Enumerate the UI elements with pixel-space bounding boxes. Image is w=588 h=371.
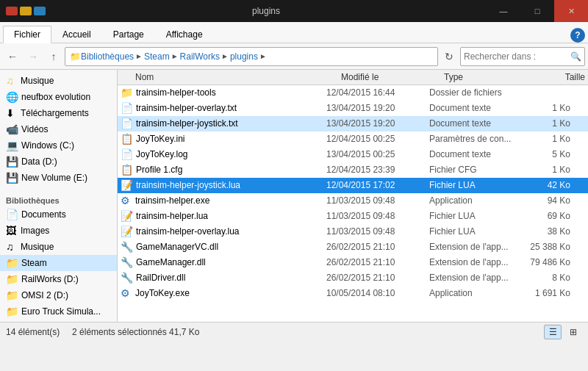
sidebar-item-videos2[interactable]: 📹 Vidéos — [0, 320, 117, 322]
file-size: 42 Ko — [517, 180, 576, 190]
file-name: 📄 JoyToKey.log — [121, 148, 326, 160]
table-row[interactable]: 📝 trainsim-helper.lua 11/03/2015 09:48 F… — [118, 209, 588, 224]
search-bar[interactable]: 🔍 — [460, 47, 585, 66]
txt-file-icon: 📄 — [121, 118, 133, 129]
file-date: 12/04/2015 17:02 — [326, 180, 429, 190]
lua-file-icon: 📝 — [121, 226, 133, 237]
sidebar-item-documents[interactable]: 📄 Documents — [0, 206, 117, 223]
file-type: Paramètres de con... — [429, 134, 517, 144]
table-row[interactable]: 📄 trainsim-helper-overlay.txt 13/04/2015… — [118, 101, 588, 116]
exe-file-icon: ⚙ — [121, 195, 132, 206]
file-list-header: Nom Modifié le Type Taille — [118, 70, 588, 85]
sidebar-item-telechargements[interactable]: ⬇ Téléchargements — [0, 105, 117, 121]
close-button[interactable]: ✕ — [554, 0, 588, 22]
tab-accueil[interactable]: Accueil — [51, 26, 102, 43]
file-date: 11/03/2015 09:48 — [326, 211, 429, 221]
header-type[interactable]: Type — [444, 72, 532, 82]
table-row[interactable]: ⚙ trainsim-helper.exe 11/03/2015 09:48 A… — [118, 193, 588, 209]
txt-file-icon: 📄 — [121, 148, 133, 160]
sidebar: ♫ Musique 🌐 neufbox evolution ⬇ Téléchar… — [0, 70, 118, 322]
file-date: 12/04/2015 00:25 — [326, 134, 429, 144]
sidebar-item-steam[interactable]: 📁 Steam — [0, 255, 117, 271]
file-name: 📝 trainsim-helper-joystick.lua — [121, 179, 326, 191]
file-name: 📄 trainsim-helper-overlay.txt — [121, 102, 326, 114]
sidebar-item-musique2[interactable]: ♫ Musique — [0, 239, 117, 255]
search-input[interactable] — [464, 51, 570, 62]
table-row[interactable]: 🔧 GameManager.dll 26/02/2015 21:10 Exten… — [118, 255, 588, 270]
sidebar-item-eurotruck[interactable]: 📁 Euro Truck Simula... — [0, 303, 117, 320]
crumb-bibliotheques[interactable]: Bibliothèques — [81, 51, 134, 62]
up-button[interactable]: ↑ — [44, 47, 63, 66]
file-name: 📁 trainsim-helper-tools — [121, 87, 326, 98]
breadcrumb: 📁 Bibliothèques ► Steam ► RailWorks ► pl… — [70, 51, 268, 62]
telechargements-icon: ⬇ — [6, 107, 18, 119]
table-row[interactable]: 📋 Profile 1.cfg 12/04/2015 23:39 Fichier… — [118, 162, 588, 178]
window-controls[interactable]: — □ ✕ — [487, 0, 588, 22]
file-name: 📋 JoyToKey.ini — [121, 133, 326, 145]
tab-fichier[interactable]: Fichier — [3, 26, 51, 43]
status-bar: 14 élément(s) 2 éléments sélectionnés 41… — [0, 322, 588, 341]
table-row[interactable]: 🔧 RailDriver.dll 26/02/2015 21:10 Extens… — [118, 270, 588, 286]
steam-icon: 📁 — [6, 257, 18, 269]
ribbon: Fichier Accueil Partage Affichage ? — [0, 22, 588, 43]
file-size: 25 388 Ko — [517, 242, 576, 252]
maximize-button[interactable]: □ — [520, 0, 554, 22]
refresh-button[interactable]: ↻ — [440, 47, 459, 66]
file-type: Dossier de fichiers — [429, 87, 517, 98]
file-type: Application — [429, 195, 517, 206]
table-row[interactable]: 📄 trainsim-helper-joystick.txt 13/04/201… — [118, 116, 588, 132]
tab-partage[interactable]: Partage — [102, 26, 155, 43]
sidebar-item-data[interactable]: 💾 Data (D:) — [0, 154, 117, 170]
dll-file-icon: 🔧 — [121, 272, 133, 284]
sidebar-item-newvolume[interactable]: 💾 New Volume (E:) — [0, 170, 117, 186]
file-date: 26/02/2015 21:10 — [326, 242, 429, 252]
file-name: 📝 trainsim-helper-overlay.lua — [121, 226, 326, 237]
table-row[interactable]: 📋 JoyToKey.ini 12/04/2015 00:25 Paramètr… — [118, 132, 588, 147]
file-size: 1 Ko — [517, 165, 576, 175]
sidebar-item-musique[interactable]: ♫ Musique — [0, 73, 117, 89]
table-row[interactable]: 📝 trainsim-helper-overlay.lua 11/03/2015… — [118, 224, 588, 239]
window-icon-group — [6, 7, 46, 15]
crumb-railworks[interactable]: RailWorks — [180, 51, 220, 62]
file-type: Document texte — [429, 149, 517, 159]
crumb-plugins[interactable]: plugins — [230, 51, 258, 62]
table-row[interactable]: 📝 trainsim-helper-joystick.lua 12/04/201… — [118, 178, 588, 193]
file-size: 8 Ko — [517, 273, 576, 283]
help-button[interactable]: ? — [570, 28, 585, 43]
sidebar-item-railworks[interactable]: 📁 RailWorks (D:) — [0, 271, 117, 287]
tab-affichage[interactable]: Affichage — [155, 26, 214, 43]
table-row[interactable]: 🔧 GameManagerVC.dll 26/02/2015 21:10 Ext… — [118, 239, 588, 255]
file-name: ⚙ trainsim-helper.exe — [121, 195, 326, 206]
file-size: 69 Ko — [517, 211, 576, 221]
file-size: 5 Ko — [517, 149, 576, 159]
view-tiles-button[interactable]: ⊞ — [564, 325, 582, 339]
view-details-button[interactable]: ☰ — [544, 325, 562, 339]
back-button[interactable]: ← — [3, 47, 22, 66]
file-name: 🔧 RailDriver.dll — [121, 272, 326, 284]
sidebar-item-omsi2[interactable]: 📁 OMSI 2 (D:) — [0, 287, 117, 303]
crumb-steam[interactable]: Steam — [144, 51, 170, 62]
table-row[interactable]: 📁 trainsim-helper-tools 12/04/2015 16:44… — [118, 85, 588, 101]
txt-file-icon: 📄 — [121, 102, 133, 114]
header-size[interactable]: Taille — [532, 72, 588, 82]
sidebar-item-images[interactable]: 🖼 Images — [0, 223, 117, 239]
sidebar-item-videos[interactable]: 📹 Vidéos — [0, 121, 117, 137]
main-area: ♫ Musique 🌐 neufbox evolution ⬇ Téléchar… — [0, 70, 588, 322]
search-icon: 🔍 — [570, 51, 581, 62]
table-row[interactable]: ⚙ JoyToKey.exe 10/05/2014 08:10 Applicat… — [118, 286, 588, 301]
table-row[interactable]: 📄 JoyToKey.log 13/04/2015 00:25 Document… — [118, 147, 588, 162]
forward-button[interactable]: → — [24, 47, 43, 66]
sidebar-item-neufbox[interactable]: 🌐 neufbox evolution — [0, 89, 117, 105]
windows-icon: 💻 — [6, 140, 18, 151]
minimize-button[interactable]: — — [487, 0, 520, 22]
status-view-controls: ☰ ⊞ — [544, 325, 582, 339]
folder-file-icon: 📁 — [121, 87, 133, 98]
sidebar-item-windows[interactable]: 💻 Windows (C:) — [0, 137, 117, 154]
header-name[interactable]: Nom — [121, 72, 341, 82]
header-date[interactable]: Modifié le — [341, 72, 444, 82]
neufbox-icon: 🌐 — [6, 91, 18, 103]
address-bar[interactable]: 📁 Bibliothèques ► Steam ► RailWorks ► pl… — [65, 47, 438, 66]
title-bar-left — [6, 7, 46, 15]
musique-icon: ♫ — [6, 75, 18, 87]
lua-file-icon: 📝 — [121, 210, 133, 222]
